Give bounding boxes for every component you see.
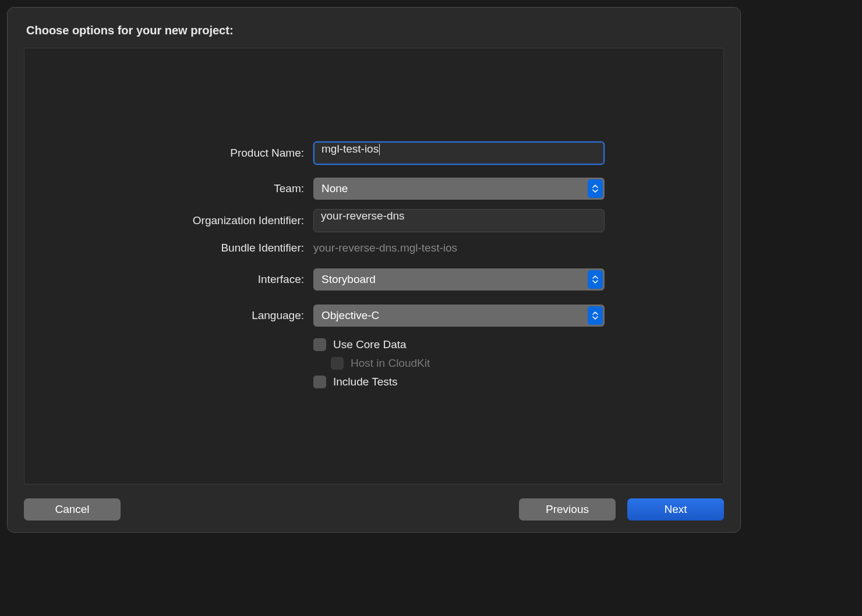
product-name-value: mgl-test-ios xyxy=(322,143,379,155)
language-popup[interactable]: Objective-C xyxy=(313,305,605,327)
cancel-button[interactable]: Cancel xyxy=(24,498,121,521)
team-value: None xyxy=(322,182,348,195)
org-identifier-input[interactable]: your-reverse-dns xyxy=(313,209,605,232)
use-core-data-row[interactable]: Use Core Data xyxy=(313,338,605,351)
product-name-label: Product Name: xyxy=(24,147,304,160)
language-value: Objective-C xyxy=(322,309,379,322)
product-name-input[interactable]: mgl-test-ios xyxy=(313,141,605,165)
dialog-footer: Cancel Previous Next xyxy=(24,484,724,521)
include-tests-row[interactable]: Include Tests xyxy=(313,376,605,388)
bundle-identifier-label: Bundle Identifier: xyxy=(24,242,304,254)
dialog-title: Choose options for your new project: xyxy=(24,24,724,37)
form-panel: Product Name: mgl-test-ios Team: None Or… xyxy=(24,48,724,484)
org-identifier-label: Organization Identifier: xyxy=(24,214,304,227)
use-core-data-label: Use Core Data xyxy=(333,338,407,351)
team-popup[interactable]: None xyxy=(313,178,605,200)
updown-arrows-icon xyxy=(588,306,603,325)
text-caret xyxy=(379,144,380,155)
host-cloudkit-row: Host in CloudKit xyxy=(331,357,605,370)
interface-popup[interactable]: Storyboard xyxy=(313,268,605,291)
team-label: Team: xyxy=(24,182,304,195)
updown-arrows-icon xyxy=(588,270,603,289)
new-project-options-dialog: Choose options for your new project: Pro… xyxy=(7,7,741,533)
previous-button[interactable]: Previous xyxy=(519,498,616,521)
include-tests-label: Include Tests xyxy=(333,376,398,388)
bundle-identifier-value: your-reverse-dns.mgl-test-ios xyxy=(313,242,605,254)
next-button[interactable]: Next xyxy=(627,498,724,521)
updown-arrows-icon xyxy=(588,179,603,198)
language-label: Language: xyxy=(24,309,304,322)
form-grid: Product Name: mgl-test-ios Team: None Or… xyxy=(24,141,723,388)
footer-right: Previous Next xyxy=(519,498,724,521)
use-core-data-checkbox[interactable] xyxy=(313,338,326,351)
interface-value: Storyboard xyxy=(322,273,376,286)
include-tests-checkbox[interactable] xyxy=(313,376,326,388)
interface-label: Interface: xyxy=(24,273,304,286)
checkbox-group: Use Core Data Host in CloudKit Include T… xyxy=(313,338,605,388)
host-cloudkit-label: Host in CloudKit xyxy=(351,357,430,370)
host-cloudkit-checkbox xyxy=(331,357,344,370)
org-identifier-value: your-reverse-dns xyxy=(321,210,405,222)
